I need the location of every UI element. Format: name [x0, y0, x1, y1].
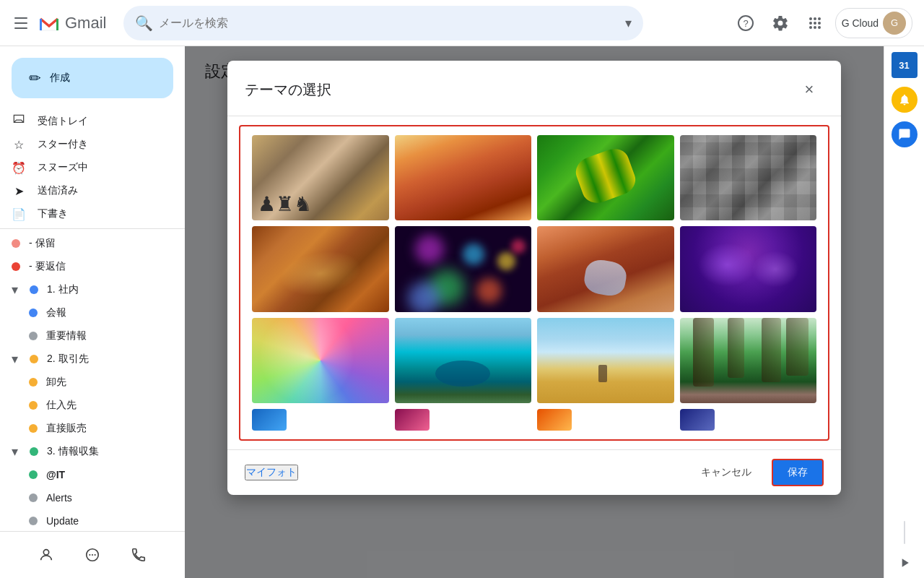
theme-item-autumn[interactable] — [252, 226, 389, 311]
sidebar-item-important[interactable]: 重要情報 — [0, 324, 173, 348]
chat-side-button[interactable] — [892, 121, 918, 147]
sidebar-item-meeting[interactable]: 会報 — [0, 301, 173, 324]
help-button[interactable]: ? — [731, 9, 760, 38]
search-dropdown-icon[interactable]: ▾ — [625, 15, 632, 31]
starred-label: スター付き — [38, 138, 88, 151]
direct-label: 直接販売 — [46, 422, 162, 435]
phone-button[interactable] — [124, 540, 153, 569]
theme-grid-wrapper[interactable]: ♟♜♞ — [239, 125, 829, 441]
contacts-icon — [38, 547, 54, 563]
sidebar-item-direct[interactable]: 直接販売 — [0, 417, 173, 440]
chat-button[interactable] — [78, 540, 107, 569]
inbox-label: 受信トレイ — [38, 115, 88, 128]
svg-point-8 — [92, 554, 93, 556]
reserved-dot — [12, 239, 20, 248]
update-label: Update — [46, 515, 162, 527]
snoozed-label: スヌーズ中 — [38, 161, 88, 174]
compose-button[interactable]: ✏ 作成 — [12, 58, 173, 98]
theme-item-chess[interactable]: ♟♜♞ — [252, 135, 389, 220]
sidebar-item-sent[interactable]: ➤ 送信済み — [0, 179, 173, 202]
sidebar-item-clients[interactable]: ▾ 2. 取引先 — [0, 348, 173, 371]
wholesale-dot — [29, 378, 38, 387]
expand-icon — [897, 556, 912, 570]
chess-pieces-icon: ♟♜♞ — [258, 194, 312, 215]
supplier-label: 仕入先 — [46, 399, 162, 412]
clients-chevron-icon: ▾ — [12, 351, 18, 367]
sidebar-item-snoozed[interactable]: ⏰ スヌーズ中 — [0, 156, 173, 179]
sidebar-item-update[interactable]: Update — [0, 509, 173, 532]
my-photo-button[interactable]: マイフォト — [245, 465, 298, 480]
search-icon: 🔍 — [135, 14, 153, 32]
panel-divider — [904, 521, 905, 544]
update-dot — [29, 517, 38, 525]
account-button[interactable]: G Cloud G — [835, 8, 912, 38]
theme-item-canyon-river[interactable] — [537, 226, 674, 311]
theme-item-bokeh[interactable] — [395, 226, 532, 311]
help-icon: ? — [737, 14, 754, 32]
info-label: 3. 情報収集 — [47, 445, 162, 458]
chat-side-icon — [898, 128, 911, 141]
cancel-button[interactable]: キャンセル — [687, 460, 766, 485]
sidebar-item-at-it[interactable]: @IT — [0, 463, 173, 486]
reply-needed-label: - 要返信 — [29, 260, 162, 273]
theme-item-jellyfish[interactable] — [680, 226, 817, 311]
apps-icon — [806, 14, 824, 32]
theme-item-partial4[interactable] — [680, 409, 715, 431]
save-button[interactable]: 保存 — [772, 459, 824, 486]
sidebar-item-drafts[interactable]: 📄 下書き — [0, 202, 173, 225]
reserved-label: - 保留 — [29, 237, 162, 250]
hamburger-menu-icon[interactable] — [12, 14, 29, 32]
close-dialog-button[interactable]: × — [795, 75, 824, 104]
phone-icon — [131, 547, 147, 563]
theme-item-partial2[interactable] — [395, 409, 430, 431]
theme-selection-dialog: テーマの選択 × ♟♜♞ — [227, 61, 841, 495]
theme-item-forest[interactable] — [680, 318, 817, 403]
sidebar-item-info[interactable]: ▾ 3. 情報収集 — [0, 440, 173, 463]
sidebar-item-starred[interactable]: ☆ スター付き — [0, 133, 173, 156]
theme-item-partial3[interactable] — [537, 409, 572, 431]
settings-button[interactable] — [766, 9, 795, 38]
theme-item-caterpillar[interactable] — [537, 135, 674, 220]
theme-item-pipes[interactable] — [680, 135, 817, 220]
snooze-icon: ⏰ — [12, 161, 26, 175]
apps-button[interactable] — [801, 9, 829, 38]
avatar: G — [883, 12, 906, 35]
compose-label: 作成 — [50, 72, 70, 85]
modal-overlay: テーマの選択 × ♟♜♞ — [185, 46, 884, 578]
alerts-label: Alerts — [46, 492, 162, 504]
sidebar-item-reply-needed[interactable]: - 要返信 — [0, 255, 173, 278]
topbar-right: ? G Cloud G — [731, 8, 912, 38]
theme-item-partial1[interactable] — [252, 409, 287, 431]
sidebar-item-reserved[interactable]: - 保留 — [0, 232, 173, 255]
important-label: 重要情報 — [46, 329, 162, 342]
gmail-text-label: Gmail — [65, 14, 106, 33]
sidebar-item-wholesale[interactable]: 卸先 — [0, 371, 173, 394]
svg-point-5 — [43, 550, 48, 555]
sidebar-item-company[interactable]: ▾ 1. 社内 — [0, 278, 173, 301]
theme-item-beach[interactable] — [537, 318, 674, 403]
draft-icon: 📄 — [12, 207, 26, 221]
sidebar-divider — [0, 228, 185, 229]
theme-item-canyon[interactable] — [395, 135, 532, 220]
company-label: 1. 社内 — [47, 283, 162, 296]
calendar-button[interactable]: 31 — [892, 52, 918, 78]
search-bar[interactable]: 🔍 ▾ — [123, 6, 643, 40]
notification-button[interactable] — [892, 87, 918, 113]
expand-panel-button[interactable] — [897, 556, 912, 572]
meeting-label: 会報 — [46, 306, 162, 319]
send-icon: ➤ — [12, 184, 26, 198]
footer-actions: キャンセル 保存 — [687, 459, 824, 486]
theme-item-lake[interactable] — [395, 318, 532, 403]
meeting-dot — [29, 309, 38, 317]
topbar: Gmail 🔍 ▾ ? G Cloud G — [0, 0, 924, 46]
dialog-title: テーマの選択 — [245, 80, 331, 100]
theme-item-abalone[interactable] — [252, 318, 389, 403]
sidebar-item-inbox[interactable]: 受信トレイ — [0, 110, 173, 133]
gmail-logo: Gmail — [38, 12, 106, 35]
search-input[interactable] — [159, 17, 619, 30]
wholesale-label: 卸先 — [46, 376, 162, 389]
sidebar-item-supplier[interactable]: 仕入先 — [0, 394, 173, 417]
svg-text:?: ? — [743, 18, 748, 29]
contacts-button[interactable] — [32, 540, 61, 569]
sidebar-item-alerts[interactable]: Alerts — [0, 486, 173, 509]
